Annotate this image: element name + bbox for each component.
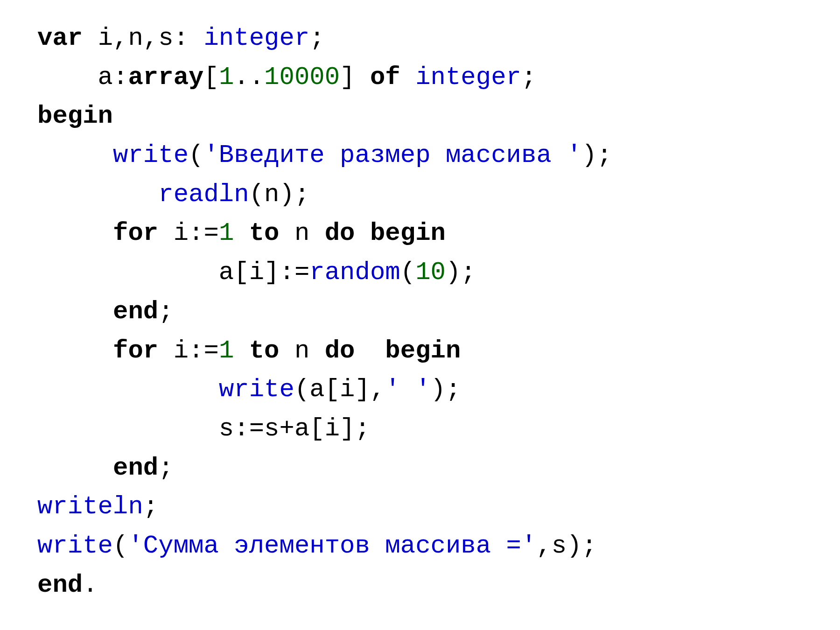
code-token: readln [158, 180, 249, 209]
code-token: . [83, 571, 98, 599]
code-token: ); [446, 258, 476, 287]
code-token: of [370, 63, 415, 91]
code-token: [ [203, 63, 218, 91]
code-token: ; [521, 63, 536, 91]
code-token: integer [415, 63, 521, 91]
code-token: end [113, 454, 158, 482]
code-token: writeln [37, 492, 143, 521]
code-token: 1 [219, 63, 234, 91]
code-token: a: [37, 63, 128, 91]
code-token: begin [37, 102, 113, 130]
code-token: var [37, 24, 98, 52]
code-token: (n); [249, 180, 310, 209]
code-token: write [37, 532, 113, 560]
code-token [37, 336, 113, 365]
code-token: write [219, 375, 294, 404]
code-token: ; [158, 297, 173, 326]
code-token: n [294, 336, 325, 365]
code-token: i:= [174, 336, 219, 365]
code-token [234, 219, 249, 247]
code-token: end [113, 297, 158, 326]
code-token: do begin [325, 219, 446, 247]
code-token: n [294, 219, 325, 247]
code-token: ); [431, 375, 461, 404]
code-token: write [113, 141, 189, 169]
code-token [37, 375, 219, 404]
code-token: ; [309, 24, 324, 52]
code-token: to [249, 336, 294, 365]
code-token: array [128, 63, 203, 91]
code-token: s:=s+a[i]; [37, 414, 370, 443]
code-token: ( [113, 532, 128, 560]
code-token: ; [143, 492, 158, 521]
code-token [37, 219, 113, 247]
code-token [37, 141, 113, 169]
code-token: ( [400, 258, 415, 287]
code-token: ] [340, 63, 370, 91]
code-token: ,s); [536, 532, 597, 560]
code-token [37, 454, 113, 482]
code-token: i:= [174, 219, 219, 247]
code-token: 10000 [264, 63, 340, 91]
code-token: 10 [415, 258, 446, 287]
code-token: ; [158, 454, 173, 482]
code-token: for [113, 336, 174, 365]
code-token: ' ' [385, 375, 430, 404]
code-token: integer [203, 24, 309, 52]
code-token: 1 [219, 336, 234, 365]
code-token: 'Сумма элементов массива =' [128, 532, 536, 560]
code-token: a[i]:= [37, 258, 309, 287]
code-token: for [113, 219, 174, 247]
code-token: end [37, 571, 83, 599]
code-token [234, 336, 249, 365]
code-token: random [309, 258, 400, 287]
code-token: .. [234, 63, 264, 91]
code-token [37, 297, 113, 326]
code-token: 1 [219, 219, 234, 247]
code-token: (a[i], [294, 375, 385, 404]
code-token: ); [582, 141, 612, 169]
code-token: i,n,s: [98, 24, 204, 52]
code-token: ( [189, 141, 203, 169]
code-token: to [249, 219, 294, 247]
code-token: 'Введите размер массива ' [203, 141, 581, 169]
code-token: do begin [325, 336, 461, 365]
code-token [37, 180, 158, 209]
pascal-code-block: var i,n,s: integer; a:array[1..10000] of… [0, 0, 840, 623]
